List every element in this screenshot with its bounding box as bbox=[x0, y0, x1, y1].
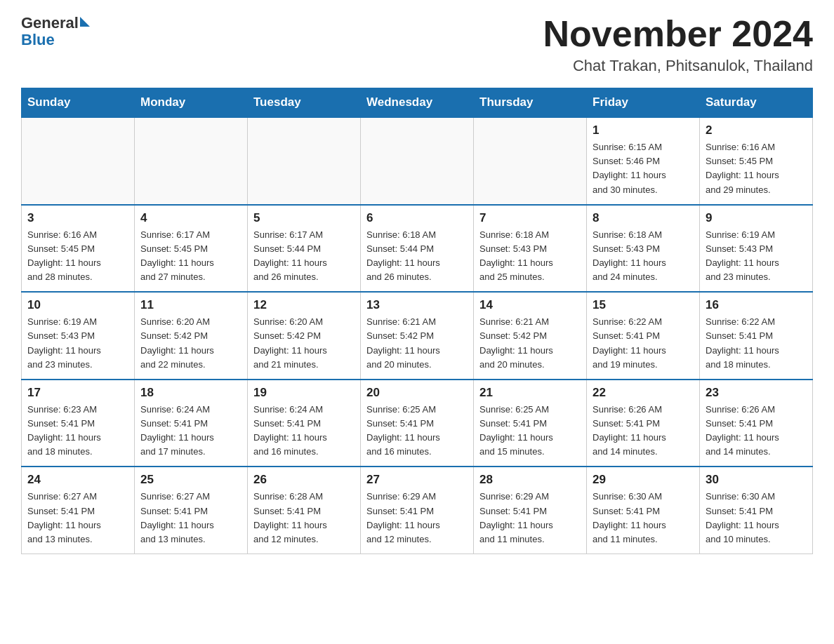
calendar-cell: 11Sunrise: 6:20 AM Sunset: 5:42 PM Dayli… bbox=[135, 292, 248, 380]
calendar-cell: 20Sunrise: 6:25 AM Sunset: 5:41 PM Dayli… bbox=[361, 380, 474, 467]
day-number: 2 bbox=[706, 123, 807, 137]
calendar-cell: 16Sunrise: 6:22 AM Sunset: 5:41 PM Dayli… bbox=[700, 292, 813, 380]
day-number: 22 bbox=[593, 386, 694, 400]
calendar-cell: 30Sunrise: 6:30 AM Sunset: 5:41 PM Dayli… bbox=[700, 467, 813, 554]
logo-general-text: General bbox=[21, 14, 79, 32]
calendar-week-row: 17Sunrise: 6:23 AM Sunset: 5:41 PM Dayli… bbox=[22, 380, 813, 467]
calendar-cell: 3Sunrise: 6:16 AM Sunset: 5:45 PM Daylig… bbox=[22, 205, 135, 293]
day-number: 28 bbox=[479, 473, 581, 487]
calendar-cell: 18Sunrise: 6:24 AM Sunset: 5:41 PM Dayli… bbox=[135, 380, 248, 467]
day-number: 27 bbox=[366, 473, 468, 487]
calendar-cell: 25Sunrise: 6:27 AM Sunset: 5:41 PM Dayli… bbox=[135, 467, 248, 554]
day-info: Sunrise: 6:19 AM Sunset: 5:43 PM Dayligh… bbox=[706, 228, 807, 285]
day-number: 13 bbox=[366, 298, 468, 312]
day-info: Sunrise: 6:27 AM Sunset: 5:41 PM Dayligh… bbox=[27, 490, 128, 546]
day-number: 9 bbox=[706, 211, 807, 225]
day-number: 10 bbox=[27, 298, 128, 312]
day-number: 25 bbox=[140, 473, 241, 487]
calendar-cell: 2Sunrise: 6:16 AM Sunset: 5:45 PM Daylig… bbox=[700, 117, 813, 205]
day-number: 29 bbox=[593, 473, 694, 487]
calendar-cell: 8Sunrise: 6:18 AM Sunset: 5:43 PM Daylig… bbox=[587, 205, 700, 293]
logo: General Blue bbox=[21, 14, 90, 49]
day-info: Sunrise: 6:21 AM Sunset: 5:42 PM Dayligh… bbox=[479, 315, 581, 372]
day-number: 5 bbox=[253, 211, 355, 225]
calendar-cell: 15Sunrise: 6:22 AM Sunset: 5:41 PM Dayli… bbox=[587, 292, 700, 380]
calendar-cell bbox=[135, 117, 248, 205]
day-info: Sunrise: 6:29 AM Sunset: 5:41 PM Dayligh… bbox=[479, 490, 581, 546]
day-info: Sunrise: 6:25 AM Sunset: 5:41 PM Dayligh… bbox=[366, 403, 468, 459]
calendar-cell: 4Sunrise: 6:17 AM Sunset: 5:45 PM Daylig… bbox=[135, 205, 248, 293]
day-info: Sunrise: 6:15 AM Sunset: 5:46 PM Dayligh… bbox=[593, 140, 694, 197]
weekday-header-monday: Monday bbox=[135, 88, 248, 118]
day-info: Sunrise: 6:27 AM Sunset: 5:41 PM Dayligh… bbox=[140, 490, 241, 546]
calendar-cell: 22Sunrise: 6:26 AM Sunset: 5:41 PM Dayli… bbox=[587, 380, 700, 467]
day-info: Sunrise: 6:23 AM Sunset: 5:41 PM Dayligh… bbox=[27, 403, 128, 459]
calendar-table: SundayMondayTuesdayWednesdayThursdayFrid… bbox=[21, 88, 813, 554]
day-info: Sunrise: 6:28 AM Sunset: 5:41 PM Dayligh… bbox=[253, 490, 355, 546]
day-number: 30 bbox=[706, 473, 807, 487]
location-title: Chat Trakan, Phitsanulok, Thailand bbox=[543, 57, 813, 75]
day-info: Sunrise: 6:20 AM Sunset: 5:42 PM Dayligh… bbox=[140, 315, 241, 372]
day-info: Sunrise: 6:25 AM Sunset: 5:41 PM Dayligh… bbox=[479, 403, 581, 459]
calendar-cell: 28Sunrise: 6:29 AM Sunset: 5:41 PM Dayli… bbox=[474, 467, 587, 554]
day-number: 11 bbox=[140, 298, 241, 312]
logo-triangle-icon bbox=[80, 17, 90, 27]
day-number: 24 bbox=[27, 473, 128, 487]
day-info: Sunrise: 6:17 AM Sunset: 5:45 PM Dayligh… bbox=[140, 228, 241, 285]
day-info: Sunrise: 6:30 AM Sunset: 5:41 PM Dayligh… bbox=[593, 490, 694, 546]
title-block: November 2024 Chat Trakan, Phitsanulok, … bbox=[543, 14, 813, 75]
day-info: Sunrise: 6:20 AM Sunset: 5:42 PM Dayligh… bbox=[253, 315, 355, 372]
calendar-week-row: 3Sunrise: 6:16 AM Sunset: 5:45 PM Daylig… bbox=[22, 205, 813, 293]
calendar-cell: 6Sunrise: 6:18 AM Sunset: 5:44 PM Daylig… bbox=[361, 205, 474, 293]
day-info: Sunrise: 6:26 AM Sunset: 5:41 PM Dayligh… bbox=[593, 403, 694, 459]
calendar-cell: 13Sunrise: 6:21 AM Sunset: 5:42 PM Dayli… bbox=[361, 292, 474, 380]
day-number: 16 bbox=[706, 298, 807, 312]
day-number: 14 bbox=[479, 298, 581, 312]
day-number: 12 bbox=[253, 298, 355, 312]
day-number: 20 bbox=[366, 386, 468, 400]
calendar-week-row: 24Sunrise: 6:27 AM Sunset: 5:41 PM Dayli… bbox=[22, 467, 813, 554]
day-info: Sunrise: 6:29 AM Sunset: 5:41 PM Dayligh… bbox=[366, 490, 468, 546]
calendar-cell: 26Sunrise: 6:28 AM Sunset: 5:41 PM Dayli… bbox=[248, 467, 361, 554]
day-number: 21 bbox=[479, 386, 581, 400]
day-number: 1 bbox=[593, 123, 694, 137]
calendar-cell: 29Sunrise: 6:30 AM Sunset: 5:41 PM Dayli… bbox=[587, 467, 700, 554]
calendar-cell: 21Sunrise: 6:25 AM Sunset: 5:41 PM Dayli… bbox=[474, 380, 587, 467]
weekday-header-sunday: Sunday bbox=[22, 88, 135, 118]
day-number: 3 bbox=[27, 211, 128, 225]
day-info: Sunrise: 6:22 AM Sunset: 5:41 PM Dayligh… bbox=[593, 315, 694, 372]
calendar-cell bbox=[474, 117, 587, 205]
calendar-cell: 14Sunrise: 6:21 AM Sunset: 5:42 PM Dayli… bbox=[474, 292, 587, 380]
calendar-cell: 1Sunrise: 6:15 AM Sunset: 5:46 PM Daylig… bbox=[587, 117, 700, 205]
day-number: 4 bbox=[140, 211, 241, 225]
calendar-cell: 12Sunrise: 6:20 AM Sunset: 5:42 PM Dayli… bbox=[248, 292, 361, 380]
calendar-cell: 9Sunrise: 6:19 AM Sunset: 5:43 PM Daylig… bbox=[700, 205, 813, 293]
day-info: Sunrise: 6:16 AM Sunset: 5:45 PM Dayligh… bbox=[27, 228, 128, 285]
page-header: General Blue November 2024 Chat Trakan, … bbox=[21, 14, 813, 75]
day-number: 8 bbox=[593, 211, 694, 225]
weekday-header-wednesday: Wednesday bbox=[361, 88, 474, 118]
day-info: Sunrise: 6:22 AM Sunset: 5:41 PM Dayligh… bbox=[706, 315, 807, 372]
calendar-cell: 17Sunrise: 6:23 AM Sunset: 5:41 PM Dayli… bbox=[22, 380, 135, 467]
day-info: Sunrise: 6:26 AM Sunset: 5:41 PM Dayligh… bbox=[706, 403, 807, 459]
weekday-header-saturday: Saturday bbox=[700, 88, 813, 118]
weekday-header-tuesday: Tuesday bbox=[248, 88, 361, 118]
day-number: 18 bbox=[140, 386, 241, 400]
calendar-cell: 10Sunrise: 6:19 AM Sunset: 5:43 PM Dayli… bbox=[22, 292, 135, 380]
day-number: 26 bbox=[253, 473, 355, 487]
calendar-cell bbox=[361, 117, 474, 205]
day-info: Sunrise: 6:18 AM Sunset: 5:43 PM Dayligh… bbox=[479, 228, 581, 285]
weekday-header-thursday: Thursday bbox=[474, 88, 587, 118]
calendar-cell: 23Sunrise: 6:26 AM Sunset: 5:41 PM Dayli… bbox=[700, 380, 813, 467]
day-info: Sunrise: 6:16 AM Sunset: 5:45 PM Dayligh… bbox=[706, 140, 807, 197]
calendar-cell: 5Sunrise: 6:17 AM Sunset: 5:44 PM Daylig… bbox=[248, 205, 361, 293]
day-info: Sunrise: 6:17 AM Sunset: 5:44 PM Dayligh… bbox=[253, 228, 355, 285]
day-info: Sunrise: 6:21 AM Sunset: 5:42 PM Dayligh… bbox=[366, 315, 468, 372]
calendar-cell bbox=[248, 117, 361, 205]
day-info: Sunrise: 6:19 AM Sunset: 5:43 PM Dayligh… bbox=[27, 315, 128, 372]
day-number: 15 bbox=[593, 298, 694, 312]
calendar-cell: 24Sunrise: 6:27 AM Sunset: 5:41 PM Dayli… bbox=[22, 467, 135, 554]
day-number: 7 bbox=[479, 211, 581, 225]
weekday-header-row: SundayMondayTuesdayWednesdayThursdayFrid… bbox=[22, 88, 813, 118]
logo-blue-text: Blue bbox=[21, 31, 90, 49]
